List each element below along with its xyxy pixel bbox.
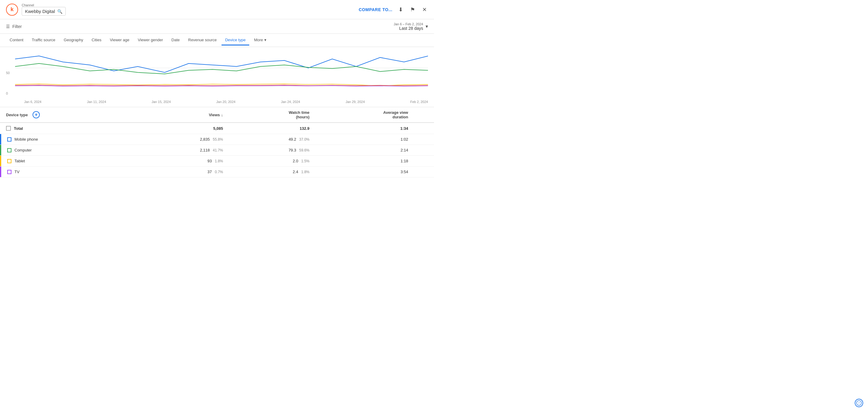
tablet-views: 93 1.8% — [133, 156, 227, 167]
channel-name-box[interactable]: Kwebby Digital 🔍 — [22, 7, 66, 16]
mobile-views: 2,835 55.8% — [133, 134, 227, 145]
x-label-7: Feb 2, 2024 — [410, 100, 428, 104]
total-row: Total 5,085 132.9 1:34 — [0, 123, 434, 134]
filter-left[interactable]: ☰ Filter — [6, 24, 22, 29]
add-column-button[interactable]: + — [33, 111, 40, 118]
computer-label: Computer — [14, 148, 32, 152]
device-type-col-label: Device type — [6, 113, 28, 117]
col-watch-header: Watch time(hours) — [227, 107, 313, 123]
filter-icon: ☰ — [6, 24, 10, 29]
tv-watch-num: 2.4 — [293, 170, 298, 174]
mobile-avg: 1:02 — [313, 134, 412, 145]
mobile-color-box[interactable] — [7, 137, 11, 142]
mobile-device-cell: Mobile phone — [0, 134, 133, 145]
mobile-watch-num: 49.2 — [288, 137, 296, 142]
data-table: Device type + Views ↓ Watch time(hours) … — [0, 107, 434, 177]
computer-color-box[interactable] — [7, 148, 11, 152]
tablet-device-cell: Tablet — [0, 156, 133, 167]
views-col-label: Views — [209, 113, 220, 117]
sort-icon: ↓ — [221, 113, 223, 117]
x-label-2: Jan 11, 2024 — [87, 100, 106, 104]
total-label: Total — [14, 126, 23, 131]
tab-traffic-source[interactable]: Traffic source — [28, 35, 59, 45]
tv-watch: 2.4 1.8% — [227, 167, 313, 177]
mobile-views-num: 2,835 — [200, 137, 210, 142]
table-row-computer: Computer 2,118 41.7% 79.3 59.6% 2:14 — [0, 145, 434, 156]
tv-views: 37 0.7% — [133, 167, 227, 177]
mobile-label: Mobile phone — [14, 137, 38, 142]
filter-label: Filter — [12, 24, 22, 29]
header-right: COMPARE TO... ⬇ ⚑ ✕ — [359, 5, 428, 14]
total-avg: 1:34 — [313, 123, 412, 134]
download-icon[interactable]: ⬇ — [397, 5, 404, 14]
tablet-extra — [412, 156, 434, 167]
channel-logo: k — [6, 4, 18, 16]
total-device-cell: Total — [0, 123, 133, 134]
date-range-label: Jan 6 – Feb 2, 2024 — [394, 22, 423, 26]
date-dropdown-arrow[interactable]: ▾ — [426, 24, 428, 29]
computer-extra — [412, 145, 434, 156]
tv-watch-pct: 1.8% — [301, 170, 309, 174]
more-arrow-icon: ▾ — [264, 38, 267, 42]
table-row-tablet: Tablet 93 1.8% 2.0 1.5% 1:18 — [0, 156, 434, 167]
channel-label: Channel — [22, 3, 66, 7]
table-row-tv: TV 37 0.7% 2.4 1.8% 3:54 — [0, 167, 434, 177]
tab-geography[interactable]: Geography — [60, 35, 87, 45]
tablet-watch-num: 2.0 — [293, 159, 298, 163]
compare-button[interactable]: COMPARE TO... — [359, 7, 393, 12]
chart-svg — [15, 50, 428, 98]
tab-viewer-gender[interactable]: Viewer gender — [134, 35, 167, 45]
chart-line-computer — [15, 64, 428, 74]
avg-col-label: Average viewduration — [383, 110, 408, 119]
date-range-display: Jan 6 – Feb 2, 2024 Last 28 days — [394, 22, 423, 31]
channel-info: Channel Kwebby Digital 🔍 — [22, 3, 66, 16]
tv-views-pct: 0.7% — [215, 170, 223, 174]
tab-device-type[interactable]: Device type — [221, 35, 249, 45]
tablet-watch-pct: 1.5% — [301, 159, 309, 163]
tv-label: TV — [14, 170, 20, 174]
x-label-5: Jan 24, 2024 — [281, 100, 300, 104]
tab-more[interactable]: More ▾ — [250, 35, 270, 45]
close-icon[interactable]: ✕ — [421, 5, 428, 14]
total-checkbox[interactable] — [6, 126, 11, 131]
tablet-views-pct: 1.8% — [215, 159, 223, 163]
search-icon[interactable]: 🔍 — [57, 9, 62, 14]
watch-col-label: Watch time(hours) — [289, 110, 310, 119]
tv-extra — [412, 167, 434, 177]
x-label-4: Jan 20, 2024 — [216, 100, 236, 104]
tablet-avg: 1:18 — [313, 156, 412, 167]
table-section: Device type + Views ↓ Watch time(hours) … — [0, 107, 434, 177]
col-avg-header: Average viewduration — [313, 107, 412, 123]
y-label-50: 50 — [6, 71, 10, 75]
tablet-color-box[interactable] — [7, 159, 11, 163]
channel-name: Kwebby Digital — [25, 9, 55, 14]
header: k Channel Kwebby Digital 🔍 COMPARE TO...… — [0, 0, 434, 19]
col-views-header[interactable]: Views ↓ — [133, 107, 227, 123]
computer-avg: 2:14 — [313, 145, 412, 156]
col-extra — [412, 107, 434, 123]
x-label-3: Jan 15, 2024 — [152, 100, 171, 104]
tab-viewer-age[interactable]: Viewer age — [106, 35, 133, 45]
date-range-selector[interactable]: Jan 6 – Feb 2, 2024 Last 28 days ▾ — [394, 22, 428, 31]
total-extra — [412, 123, 434, 134]
computer-watch: 79.3 59.6% — [227, 145, 313, 156]
computer-device-cell: Computer — [0, 145, 133, 156]
tab-date[interactable]: Date — [168, 35, 183, 45]
total-views: 5,085 — [133, 123, 227, 134]
computer-views: 2,118 41.7% — [133, 145, 227, 156]
table-row-mobile: Mobile phone 2,835 55.8% 49.2 37.0% 1:02 — [0, 134, 434, 145]
tab-cities[interactable]: Cities — [88, 35, 105, 45]
nav-tabs: Content Traffic source Geography Cities … — [0, 34, 434, 47]
tv-color-box[interactable] — [7, 170, 11, 174]
date-range-value: Last 28 days — [394, 26, 423, 31]
x-label-6: Jan 29, 2024 — [346, 100, 365, 104]
computer-watch-num: 79.3 — [288, 148, 296, 152]
col-device-header: Device type + — [0, 107, 133, 123]
tab-revenue-source[interactable]: Revenue source — [184, 35, 220, 45]
x-axis-labels: Jan 6, 2024 Jan 11, 2024 Jan 15, 2024 Ja… — [15, 99, 428, 104]
tab-content[interactable]: Content — [6, 35, 27, 45]
tv-avg: 3:54 — [313, 167, 412, 177]
mobile-watch-pct: 37.0% — [299, 137, 310, 142]
y-label-0: 0 — [6, 92, 8, 95]
flag-icon[interactable]: ⚑ — [409, 5, 416, 14]
